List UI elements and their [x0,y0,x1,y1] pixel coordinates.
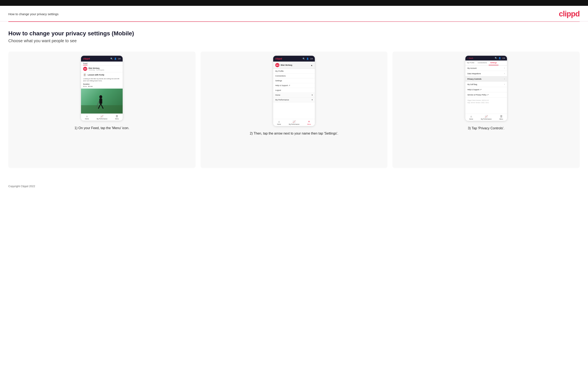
menu-username: Blair McHarg [281,64,292,66]
settings-icon: ⊙▾ [118,58,121,60]
chevron-down-icon-2: ▾ [312,99,313,101]
chevron-up-icon: ▲ [311,64,313,66]
lesson-time: 01 hr : 30 min [81,85,123,89]
logo: clippd [559,9,580,18]
settings-item-privacy[interactable]: Privacy Controls › [465,76,507,82]
nav3-home-label: Home [469,118,473,120]
golf-image [81,89,123,114]
feed-tab: Feed [81,62,123,66]
chevron-down-icon: ▾ [312,94,313,96]
chevron-right-icon: › [504,67,505,69]
nav3-menu[interactable]: ☰ Menu [499,115,503,120]
tab-my-profile[interactable]: My Profile [465,60,476,65]
close-icon: ✕ [308,120,310,123]
phone-1-bottom-nav: ⌂ Home 📈 My Performance ☰ Menu [81,114,123,121]
page-heading: How to change your privacy settings (Mob… [8,30,580,37]
settings-item-integrations[interactable]: Data Integrations › [465,71,507,76]
phone-1-icons: 🔍 👤 ⊙▾ [110,58,121,60]
nav3-performance-label: My Performance [481,118,492,120]
nav-home-label: Home [85,118,89,120]
settings-icon-2: ⊙▾ [310,58,313,60]
nav-performance-label: My Performance [97,118,107,120]
settings-item-help[interactable]: Help & Support ↗ [465,87,507,92]
menu-section-performance[interactable]: My Performance ▾ [273,98,315,102]
menu-item-settings[interactable]: Settings [273,78,315,83]
nav-home: ⌂ Home [85,115,89,120]
phone-2-icons: 🔍 👤 ⊙▾ [303,58,313,60]
svg-line-4 [97,101,99,107]
menu-item-connections[interactable]: Connections [273,74,315,78]
lesson-duration-label: Duration [81,83,123,85]
settings-item-golf-bag[interactable]: My Golf Bag › [465,82,507,87]
settings-golf-bag-label: My Golf Bag [467,83,477,85]
nav2-performance-label: My Performance [289,124,299,125]
nav-menu[interactable]: ☰ Menu [115,115,119,120]
menu-section-home[interactable]: Home ▾ [273,93,315,98]
svg-point-0 [99,95,102,99]
person-icon-2: 👤 [306,58,309,60]
home-icon-2: ⌂ [278,120,280,123]
avatar: BM [83,67,87,71]
menu-icon: ☰ [116,115,118,118]
nav2-home: ⌂ Home [277,120,281,125]
settings-item-privacy-policy[interactable]: Service & Privacy Policy ↗ [465,92,507,98]
phone-2-bottom-nav: ⌂ Home 📈 My Performance ✕ Menu [273,119,315,126]
lesson-desc: Looking to feel like my hands are exitin… [81,77,123,83]
copyright-text: Copyright Clippd 2022 [8,185,35,188]
feed-tab-label: Feed [83,62,87,65]
feed-date: Yesterday · Sunningdale [88,69,104,71]
menu-section-home-label: Home [275,94,280,96]
tab-connections[interactable]: Connections [476,60,488,65]
svg-rect-1 [99,99,102,104]
header: How to change your privacy settings clip… [0,6,588,21]
footer: Copyright Clippd 2022 [0,181,588,192]
step-1-phone: clippd 🔍 👤 ⊙▾ Feed BM Blair McHarg [81,56,123,121]
menu-item-logout[interactable]: Logout [273,88,315,93]
settings-help-label: Help & Support ↗ [467,89,482,91]
feed-username: Blair McHarg [88,67,104,69]
menu-avatar: BM [275,63,279,67]
performance-icon-3: 📈 [485,115,488,118]
phone-2-topbar: clippd 🔍 👤 ⊙▾ [273,56,315,62]
top-bar [0,0,588,6]
phone-3-bottom-nav: ⌂ Home 📈 My Performance ☰ Menu [465,114,507,121]
menu-item-help[interactable]: Help & Support ↗ [273,83,315,88]
nav-performance: 📈 My Performance [97,115,107,120]
person-icon: 👤 [114,58,117,60]
back-label[interactable]: < Back [467,57,473,59]
main-content: How to change your privacy settings (Mob… [0,22,588,181]
settings-version: Clippd Client Version: 2022.8.3-3 GQL Se… [465,98,507,105]
steps-container: clippd 🔍 👤 ⊙▾ Feed BM Blair McHarg [8,51,580,168]
menu-item-profile[interactable]: My Profile [273,69,315,74]
home-icon: ⌂ [86,115,88,118]
feed-lesson-row: 🏌 Lesson with Fordy [81,72,123,77]
phone-1-topbar: clippd 🔍 👤 ⊙▾ [81,56,123,62]
nav2-close[interactable]: ✕ Menu [307,120,311,125]
home-icon-3: ⌂ [470,115,472,118]
settings-integrations-label: Data Integrations [467,73,481,75]
header-title: How to change your privacy settings [8,12,59,16]
search-icon-2: 🔍 [303,58,305,60]
phone-2-logo: clippd [275,57,282,60]
search-icon: 🔍 [110,58,113,60]
nav3-menu-label: Menu [499,118,503,120]
step-1-card: clippd 🔍 👤 ⊙▾ Feed BM Blair McHarg [8,51,196,168]
settings-icon-3: ⊙▾ [502,57,505,59]
step-1-caption: 1) On your Feed, tap the 'Menu' icon. [75,125,129,131]
lesson-title: Lesson with Fordy [88,74,104,76]
chevron-right-icon-2: › [504,72,505,75]
settings-privacy-policy-label: Service & Privacy Policy ↗ [467,94,489,96]
svg-line-2 [98,104,101,108]
menu-section-performance-label: My Performance [275,99,289,101]
feed-user-info: Blair McHarg Yesterday · Sunningdale [88,67,104,71]
menu-icon-3: ☰ [500,115,502,118]
nav2-home-label: Home [277,124,281,125]
phone-1-logo: clippd [83,57,90,60]
tab-settings[interactable]: Settings [489,60,499,65]
step-3-caption: 3) Tap 'Privacy Controls'. [468,126,504,131]
step-2-card: clippd 🔍 👤 ⊙▾ BM Blair McHarg ▲ [200,51,388,168]
step-3-card: < Back 🔍 👤 ⊙▾ My Profile Connections Set… [392,51,580,168]
performance-icon: 📈 [100,115,104,118]
settings-item-account[interactable]: My Account › [465,66,507,71]
golfer-svg [95,95,106,111]
